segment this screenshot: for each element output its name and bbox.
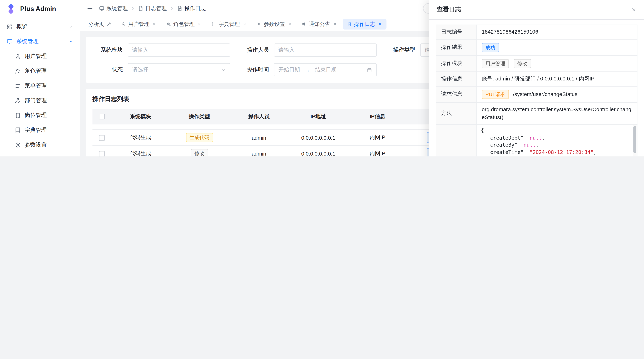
chevron-right-icon [130, 6, 135, 10]
scrollbar-thumb[interactable] [633, 126, 636, 153]
field-value-request: PUT请求/system/user/changeStatus [476, 86, 637, 102]
field-value-info: 账号: admin / 研发部门 / 0:0:0:0:0:0:0:1 / 内网I… [476, 71, 637, 86]
type-tag: 修改 [191, 149, 208, 156]
select-all-checkbox[interactable] [99, 114, 105, 120]
calendar-icon [367, 67, 372, 72]
field-label-method: 方法 [436, 102, 476, 125]
pin-icon[interactable] [107, 22, 111, 26]
field-label-info: 操作信息 [436, 71, 476, 86]
sidebar-item-param-settings[interactable]: 参数设置 [3, 138, 76, 152]
chevron-up-icon [68, 39, 73, 44]
tab-user-management[interactable]: 用户管理 [117, 18, 160, 29]
filter-time-label: 操作时间 [243, 66, 269, 73]
megaphone-icon [302, 22, 306, 26]
app-logo[interactable]: Plus Admin [0, 0, 80, 18]
drawer-header: 查看日志 [429, 0, 644, 20]
chevron-right-icon [170, 6, 174, 10]
tab-role-management[interactable]: 角色管理 [162, 18, 206, 29]
field-value-request-params: { "createDept": null, "createBy": null, … [476, 125, 637, 156]
sidebar-item-system-management[interactable]: 系统管理 [3, 34, 76, 48]
end-date-placeholder: 结束日期 [315, 66, 364, 73]
close-icon[interactable] [631, 7, 637, 12]
field-value-log-id: 1842781986426159106 [476, 25, 637, 39]
breadcrumb-item-operation-log[interactable]: 操作日志 [177, 5, 206, 12]
app-title: Plus Admin [20, 5, 56, 13]
row-checkbox[interactable] [99, 135, 105, 141]
tab-dict-management[interactable]: 字典管理 [207, 18, 251, 29]
monitor-icon [6, 38, 13, 44]
header-checkbox-cell [92, 109, 112, 124]
drawer-body: 日志编号 1842781986426159106 操作结果 成功 操作模块 用户… [429, 20, 644, 156]
operator-input[interactable]: 请输入 [274, 43, 376, 56]
logo-icon [6, 4, 16, 14]
filter-time: 操作时间 开始日期 → 结束日期 [243, 63, 376, 76]
document-icon [138, 6, 143, 11]
chevron-down-icon [221, 68, 226, 72]
close-icon[interactable] [333, 22, 337, 26]
badge-icon [15, 112, 21, 118]
module-badge: 修改 [514, 59, 531, 68]
sidebar-item-overview[interactable]: 概览 [3, 20, 76, 34]
col-type: 操作类型 [170, 109, 229, 124]
request-params-code: { "createDept": null, "createBy": null, … [477, 125, 637, 156]
filter-operator: 操作人员 请输入 [243, 43, 376, 56]
sidebar: Plus Admin 概览 系统管理 用户管理 角色管理 [0, 0, 80, 156]
close-icon[interactable] [152, 22, 156, 26]
tab-analysis[interactable]: 分析页 [84, 18, 116, 29]
menu-toggle-icon[interactable] [86, 5, 93, 12]
book-icon [212, 22, 216, 26]
field-value-method: org.dromara.system.controller.system.Sys… [476, 102, 637, 125]
breadcrumb-item-log[interactable]: 日志管理 [138, 5, 167, 12]
sidebar-item-menu-management[interactable]: 菜单管理 [3, 79, 76, 93]
user-icon [15, 53, 21, 59]
sidebar-item-post-management[interactable]: 岗位管理 [3, 108, 76, 122]
filter-module-label: 系统模块 [96, 46, 123, 54]
drawer-title: 查看日志 [437, 6, 461, 13]
breadcrumb: 系统管理 日志管理 操作日志 [99, 5, 206, 12]
users-icon [15, 68, 21, 74]
date-range-picker[interactable]: 开始日期 → 结束日期 [274, 63, 376, 76]
start-date-placeholder: 开始日期 [278, 66, 300, 73]
app-root: Plus Admin 概览 系统管理 用户管理 角色管理 [0, 0, 644, 156]
sidebar-item-role-management[interactable]: 角色管理 [3, 64, 76, 78]
gear-icon [257, 22, 261, 26]
sidebar-item-user-management[interactable]: 用户管理 [3, 49, 76, 63]
module-input-placeholder: 请输入 [132, 46, 226, 54]
breadcrumb-item-system[interactable]: 系统管理 [99, 5, 128, 12]
field-label-module: 操作模块 [436, 56, 476, 72]
filter-operator-label: 操作人员 [243, 46, 269, 54]
field-value-result: 成功 [476, 39, 637, 56]
list-icon [15, 83, 21, 89]
field-label-request: 请求信息 [436, 86, 476, 102]
field-value-module: 用户管理 修改 [476, 56, 637, 72]
operator-input-placeholder: 请输入 [278, 46, 372, 54]
close-icon[interactable] [242, 22, 247, 26]
status-select-placeholder: 请选择 [132, 66, 219, 73]
status-select[interactable]: 请选择 [128, 63, 230, 76]
col-operator: 操作人员 [229, 109, 289, 124]
user-icon [121, 22, 126, 26]
row-checkbox[interactable] [99, 151, 105, 156]
field-label-log-id: 日志编号 [436, 25, 476, 39]
users-icon [166, 22, 171, 26]
tab-operation-log[interactable]: 操作日志 [343, 18, 386, 29]
document-icon [347, 22, 352, 26]
org-chart-icon [15, 97, 21, 103]
range-arrow-icon: → [302, 67, 312, 73]
sidebar-item-dict-management[interactable]: 字典管理 [3, 123, 76, 137]
close-icon[interactable] [378, 22, 382, 26]
sidebar-item-notice[interactable]: 通知公告 [3, 153, 76, 156]
sidebar-item-dept-management[interactable]: 部门管理 [3, 93, 76, 107]
close-icon[interactable] [197, 22, 202, 26]
sidebar-menu: 概览 系统管理 用户管理 角色管理 菜单管理 部门 [0, 18, 80, 156]
type-tag: 生成代码 [186, 133, 213, 142]
gear-icon [15, 142, 21, 148]
tab-param-settings[interactable]: 参数设置 [252, 18, 296, 29]
status-badge: 成功 [482, 43, 499, 52]
dashboard-icon [6, 23, 13, 30]
tab-notice[interactable]: 通知公告 [298, 18, 341, 29]
close-icon[interactable] [288, 22, 292, 26]
module-input[interactable]: 请输入 [128, 43, 230, 56]
col-module: 系统模块 [111, 109, 170, 124]
field-label-request-params: 请求参数 [436, 125, 476, 156]
